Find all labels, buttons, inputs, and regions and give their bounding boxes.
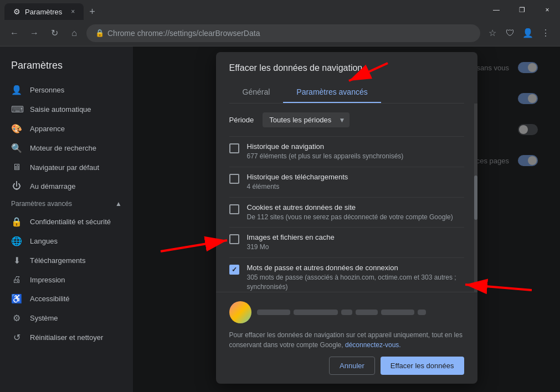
scrollbar[interactable]	[474, 104, 477, 292]
sidebar-item-apparence[interactable]: 🎨 Apparence	[0, 119, 129, 138]
minimize-button[interactable]: —	[484, 0, 509, 20]
download-icon: ⬇	[11, 255, 22, 266]
forward-button[interactable]: →	[27, 25, 42, 41]
checkbox-history: Historique de navigation 677 éléments (e…	[229, 136, 464, 167]
sidebar-item-saisie[interactable]: ⌨ Saisie automatique	[0, 100, 129, 119]
tab-general[interactable]: Général	[229, 82, 284, 103]
sidebar-label-impression: Impression	[30, 276, 65, 284]
sidebar: Paramètres 👤 Personnes ⌨ Saisie automati…	[0, 47, 133, 392]
sidebar-item-reinitialiser[interactable]: ↺ Réinitialiser et nettoyer	[0, 328, 129, 347]
checkbox-cache-desc: 319 Mo	[247, 243, 464, 252]
bookmark-button[interactable]: ☆	[485, 25, 500, 41]
checkbox-cache-input[interactable]	[229, 234, 239, 244]
sidebar-item-navigateur[interactable]: 🖥 Navigateur par défaut	[0, 158, 129, 177]
checkbox-cookies-text: Cookies et autres données de site De 112…	[247, 203, 464, 222]
active-tab[interactable]: ⚙ Paramètres ×	[4, 3, 84, 20]
sidebar-label-langues: Langues	[30, 237, 58, 245]
sidebar-item-confidentialite[interactable]: 🔒 Confidentialité et sécurité	[0, 212, 129, 231]
search-icon: 🔍	[11, 143, 22, 153]
close-button[interactable]: ×	[535, 0, 560, 20]
maximize-button[interactable]: ❐	[509, 0, 535, 20]
checkbox-history-text: Historique de navigation 677 éléments (e…	[247, 142, 464, 161]
blur-block-2	[294, 310, 338, 315]
checkbox-downloads-input[interactable]	[229, 174, 239, 184]
back-button[interactable]: ←	[7, 25, 22, 41]
main-layout: Paramètres 👤 Personnes ⌨ Saisie automati…	[0, 47, 560, 392]
tab-title: Paramètres	[25, 8, 62, 16]
lock-icon: 🔒	[11, 216, 22, 227]
checkbox-history-title: Historique de navigation	[247, 142, 464, 151]
shield-button[interactable]: 🛡	[502, 25, 518, 41]
advanced-section-label: Paramètres avancés	[11, 200, 72, 208]
url-display: chrome://settings/clearBrowserData	[137, 29, 260, 38]
profile-button[interactable]: 👤	[520, 25, 536, 41]
window-controls: — ❐ ×	[484, 0, 560, 20]
sidebar-section-advanced: Paramètres avancés ▲	[0, 195, 133, 212]
period-label: Période	[229, 116, 254, 124]
checkbox-cookies-input[interactable]	[229, 204, 239, 214]
footer-text: Pour effacer les données de navigation s…	[229, 330, 464, 350]
tab-bar: ⚙ Paramètres × +	[4, 0, 100, 20]
dialog-header: Effacer les données de navigation Généra…	[216, 52, 477, 104]
checkbox-cookies-desc: De 112 sites (vous ne serez pas déconnec…	[247, 213, 464, 222]
checkbox-cookies-title: Cookies et autres données de site	[247, 203, 464, 212]
checkbox-passwords: Mots de passe et autres données de conne…	[229, 257, 464, 292]
sidebar-label-systeme: Système	[30, 314, 58, 322]
period-select-wrapper: Toutes les périodes ▼	[263, 112, 350, 127]
checkbox-history-input[interactable]	[229, 143, 239, 153]
collapse-icon: ▲	[115, 200, 122, 208]
sidebar-label-moteur: Moteur de recherche	[30, 144, 96, 152]
home-button[interactable]: ⌂	[66, 25, 82, 41]
sidebar-label-accessibilite: Accessibilité	[30, 295, 70, 303]
power-icon: ⏻	[11, 181, 22, 191]
confirm-button[interactable]: Effacer les données	[381, 357, 464, 375]
sidebar-item-demarrage[interactable]: ⏻ Au démarrage	[0, 177, 129, 195]
address-input[interactable]: 🔒 Chrome chrome://settings/clearBrowserD…	[86, 24, 480, 42]
sidebar-item-impression[interactable]: 🖨 Impression	[0, 270, 129, 289]
checkbox-downloads-text: Historique des téléchargements 4 élément…	[247, 173, 464, 192]
reload-button[interactable]: ↻	[47, 25, 62, 41]
period-row: Période Toutes les périodes ▼	[229, 112, 464, 127]
sidebar-item-systeme[interactable]: ⚙ Système	[0, 308, 129, 328]
sidebar-label-confidentialite: Confidentialité et sécurité	[30, 218, 111, 226]
sidebar-item-telechargements[interactable]: ⬇ Téléchargements	[0, 251, 129, 270]
globe-icon: 🌐	[11, 236, 22, 246]
footer-link[interactable]: déconnectez-vous.	[345, 341, 401, 349]
sidebar-label-apparence: Apparence	[30, 125, 65, 133]
checkbox-cache-title: Images et fichiers en cache	[247, 233, 464, 241]
sidebar-label-navigateur: Navigateur par défaut	[30, 163, 99, 172]
clear-data-dialog: Effacer les données de navigation Généra…	[216, 52, 477, 384]
sidebar-label-reinitialiser: Réinitialiser et nettoyer	[30, 333, 103, 342]
dialog-title: Effacer les données de navigation	[229, 63, 464, 73]
menu-button[interactable]: ⋮	[538, 25, 553, 41]
dialog-footer: Pour effacer les données de navigation s…	[216, 292, 477, 384]
checkbox-downloads-title: Historique des téléchargements	[247, 173, 464, 181]
period-select[interactable]: Toutes les périodes	[263, 112, 350, 127]
checkbox-downloads-desc: 4 éléments	[247, 182, 464, 192]
profile-blurred-info	[257, 310, 464, 315]
footer-actions: Annuler Effacer les données	[229, 357, 464, 375]
gear-icon: ⚙	[11, 313, 22, 323]
sidebar-item-accessibilite[interactable]: ♿ Accessibilité	[0, 289, 129, 308]
sidebar-label-demarrage: Au démarrage	[30, 182, 75, 190]
toolbar-right: ☆ 🛡 👤 ⋮	[485, 25, 553, 41]
sidebar-item-personnes[interactable]: 👤 Personnes	[0, 80, 129, 100]
monitor-icon: 🖥	[11, 162, 22, 172]
browser-name: Chrome	[107, 29, 135, 38]
keyboard-icon: ⌨	[11, 104, 22, 115]
blur-block-1	[257, 310, 290, 315]
print-icon: 🖨	[11, 275, 22, 285]
checkbox-cache-text: Images et fichiers en cache 319 Mo	[247, 233, 464, 252]
sidebar-item-moteur[interactable]: 🔍 Moteur de recherche	[0, 138, 129, 158]
blur-block-4	[356, 310, 378, 315]
title-bar: ⚙ Paramètres × + — ❐ ×	[0, 0, 560, 20]
new-tab-button[interactable]: +	[85, 4, 100, 20]
cancel-button[interactable]: Annuler	[329, 357, 375, 375]
checkbox-passwords-input[interactable]	[229, 265, 239, 275]
sidebar-item-langues[interactable]: 🌐 Langues	[0, 231, 129, 251]
tab-close-button[interactable]: ×	[71, 8, 75, 16]
checkbox-downloads: Historique des téléchargements 4 élément…	[229, 167, 464, 197]
dialog-body: Période Toutes les périodes ▼	[216, 104, 477, 292]
tab-advanced[interactable]: Paramètres avancés	[283, 82, 381, 103]
person-icon: 👤	[11, 85, 22, 95]
